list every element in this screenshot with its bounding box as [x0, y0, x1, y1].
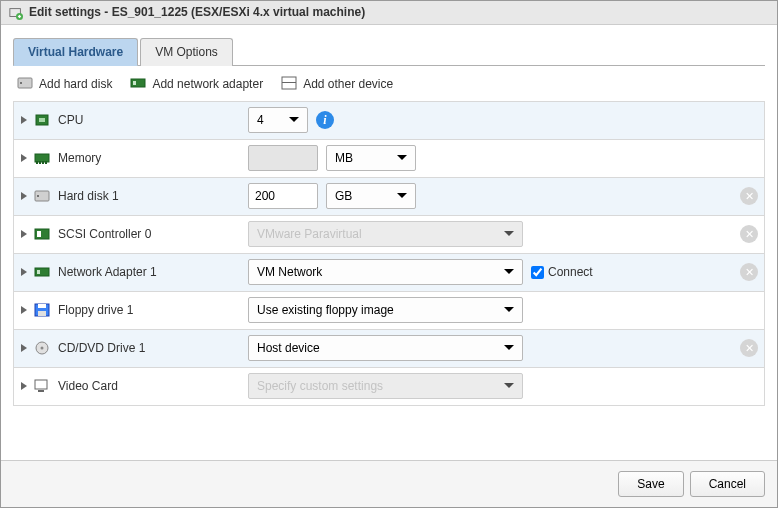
memory-label: Memory [58, 151, 248, 165]
memory-unit-select[interactable]: MB [326, 145, 416, 171]
expand-toggle[interactable] [20, 341, 30, 355]
hard-disk-icon [34, 189, 52, 203]
svg-rect-23 [38, 311, 46, 316]
svg-rect-11 [36, 161, 38, 164]
floppy-label: Floppy drive 1 [58, 303, 248, 317]
hard-disk-label: Hard disk 1 [58, 189, 248, 203]
device-row-cddvd: CD/DVD Drive 1 Host device ✕ [14, 330, 764, 368]
svg-point-16 [37, 195, 39, 197]
scsi-icon [34, 227, 52, 241]
tab-bar: Virtual Hardware VM Options [13, 37, 765, 66]
memory-icon [34, 151, 52, 165]
svg-rect-18 [37, 231, 41, 237]
network-adapter-icon [130, 76, 146, 93]
svg-rect-7 [282, 82, 296, 83]
add-hard-disk-button[interactable]: Add hard disk [17, 76, 112, 93]
device-row-cpu: CPU 4 i [14, 102, 764, 140]
remove-device-button[interactable]: ✕ [740, 339, 758, 357]
network-label: Network Adapter 1 [58, 265, 248, 279]
device-row-network: Network Adapter 1 VM Network Connect ✕ [14, 254, 764, 292]
add-other-device-button[interactable]: Add other device [281, 76, 393, 93]
remove-device-button[interactable]: ✕ [740, 187, 758, 205]
hard-disk-icon [17, 76, 33, 93]
memory-size-input [248, 145, 318, 171]
svg-point-25 [41, 347, 44, 350]
vm-icon [9, 5, 23, 20]
device-row-scsi: SCSI Controller 0 VMware Paravirtual ✕ [14, 216, 764, 254]
svg-rect-13 [42, 161, 44, 164]
device-row-hard-disk: Hard disk 1 GB ✕ [14, 178, 764, 216]
info-icon[interactable]: i [316, 111, 334, 129]
add-network-adapter-button[interactable]: Add network adapter [130, 76, 263, 93]
expand-toggle[interactable] [20, 151, 30, 165]
video-label: Video Card [58, 379, 248, 393]
cpu-count-select[interactable]: 4 [248, 107, 308, 133]
device-row-memory: Memory MB [14, 140, 764, 178]
cpu-icon [34, 113, 52, 127]
expand-toggle[interactable] [20, 189, 30, 203]
add-hard-disk-label: Add hard disk [39, 77, 112, 91]
svg-rect-9 [39, 118, 45, 122]
hard-disk-size-input[interactable] [248, 183, 318, 209]
cpu-label: CPU [58, 113, 248, 127]
add-other-device-label: Add other device [303, 77, 393, 91]
titlebar: Edit settings - ES_901_1225 (ESX/ESXi 4.… [1, 1, 777, 25]
network-adapter-icon [34, 265, 52, 279]
tab-virtual-hardware[interactable]: Virtual Hardware [13, 38, 138, 66]
content-area: Virtual Hardware VM Options Add hard dis… [1, 25, 777, 460]
scsi-type-select: VMware Paravirtual [248, 221, 523, 247]
video-settings-select: Specify custom settings [248, 373, 523, 399]
dialog-footer: Save Cancel [1, 460, 777, 507]
cd-icon [34, 341, 52, 355]
video-card-icon [34, 379, 52, 393]
dialog-title: Edit settings - ES_901_1225 (ESX/ESXi 4.… [29, 5, 365, 19]
svg-rect-22 [38, 304, 46, 308]
floppy-icon [34, 303, 52, 317]
cddvd-label: CD/DVD Drive 1 [58, 341, 248, 355]
connect-label: Connect [548, 265, 593, 279]
svg-rect-20 [37, 270, 40, 274]
floppy-source-select[interactable]: Use existing floppy image [248, 297, 523, 323]
expand-toggle[interactable] [20, 265, 30, 279]
svg-rect-10 [35, 154, 49, 162]
expand-toggle[interactable] [20, 379, 30, 393]
cancel-button[interactable]: Cancel [690, 471, 765, 497]
svg-rect-26 [35, 380, 47, 389]
cddvd-source-select[interactable]: Host device [248, 335, 523, 361]
connect-checkbox-label[interactable]: Connect [531, 265, 593, 279]
device-list: CPU 4 i Memory MB Hard disk [13, 101, 765, 406]
edit-settings-dialog: Edit settings - ES_901_1225 (ESX/ESXi 4.… [0, 0, 778, 508]
device-row-floppy: Floppy drive 1 Use existing floppy image [14, 292, 764, 330]
expand-toggle[interactable] [20, 303, 30, 317]
svg-rect-14 [45, 161, 47, 164]
remove-device-button[interactable]: ✕ [740, 263, 758, 281]
connect-checkbox[interactable] [531, 266, 544, 279]
scsi-label: SCSI Controller 0 [58, 227, 248, 241]
network-select[interactable]: VM Network [248, 259, 523, 285]
svg-rect-5 [133, 81, 136, 85]
add-device-toolbar: Add hard disk Add network adapter Add ot… [13, 66, 765, 101]
svg-rect-12 [39, 161, 41, 164]
hard-disk-unit-select[interactable]: GB [326, 183, 416, 209]
add-network-adapter-label: Add network adapter [152, 77, 263, 91]
svg-rect-27 [38, 390, 44, 392]
tab-vm-options[interactable]: VM Options [140, 38, 233, 66]
expand-toggle[interactable] [20, 227, 30, 241]
save-button[interactable]: Save [618, 471, 683, 497]
other-device-icon [281, 76, 297, 93]
remove-device-button[interactable]: ✕ [740, 225, 758, 243]
svg-point-3 [20, 82, 22, 84]
device-row-video: Video Card Specify custom settings [14, 368, 764, 406]
expand-toggle[interactable] [20, 113, 30, 127]
